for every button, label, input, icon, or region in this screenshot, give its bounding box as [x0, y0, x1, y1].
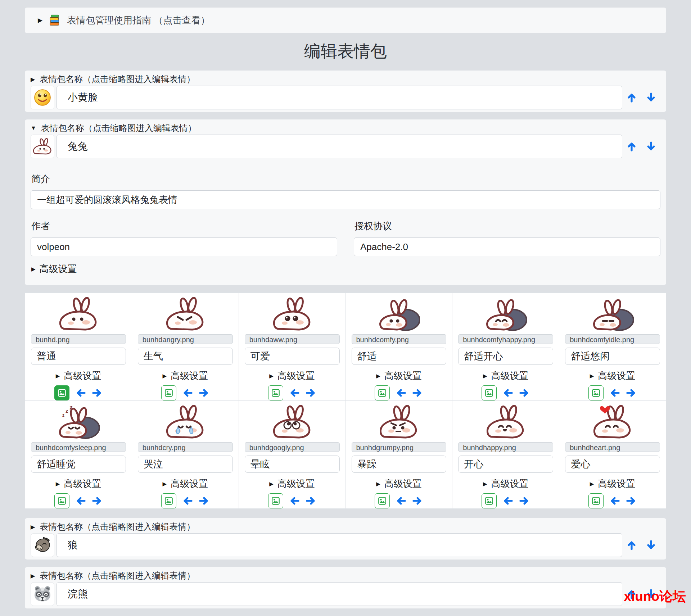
emote-filename: bunhdcomfyidle.png — [565, 334, 660, 344]
image-file-button[interactable] — [375, 493, 390, 508]
move-right-button[interactable] — [306, 495, 316, 506]
move-up-button[interactable] — [626, 540, 637, 551]
emote-thumbnail[interactable] — [378, 297, 420, 332]
move-down-button[interactable] — [646, 540, 656, 551]
image-file-button[interactable] — [482, 385, 497, 400]
pack-header-label: 表情包名称（点击缩略图进入编辑表情） — [40, 570, 195, 581]
image-file-button[interactable] — [54, 493, 69, 508]
emote-advanced-toggle[interactable]: ▶ 高级设置 — [590, 370, 636, 382]
caret-right-icon: ▶ — [56, 373, 60, 379]
image-file-button[interactable] — [375, 385, 390, 400]
emote-thumbnail[interactable] — [591, 297, 634, 332]
emote-name-input[interactable] — [138, 348, 233, 365]
emote-name-input[interactable] — [245, 456, 340, 473]
emote-advanced-toggle[interactable]: ▶ 高级设置 — [376, 370, 422, 382]
emote-thumbnail[interactable] — [271, 297, 313, 332]
move-left-button[interactable] — [75, 495, 86, 506]
pack-thumbnail-button[interactable] — [31, 533, 54, 557]
move-right-button[interactable] — [626, 388, 637, 398]
image-file-button[interactable] — [268, 493, 283, 508]
emote-name-input[interactable] — [565, 456, 660, 473]
intro-input[interactable] — [31, 190, 660, 209]
move-left-button[interactable] — [396, 388, 406, 398]
move-right-button[interactable] — [412, 388, 423, 398]
move-right-button[interactable] — [199, 388, 209, 398]
move-right-button[interactable] — [519, 388, 530, 398]
emote-advanced-toggle[interactable]: ▶ 高级设置 — [56, 370, 101, 382]
pack-header-toggle[interactable]: ▶ 表情包名称（点击缩略图进入编辑表情） — [31, 521, 660, 533]
pack-name-input[interactable] — [57, 582, 622, 606]
move-right-button[interactable] — [92, 388, 103, 398]
image-file-button[interactable] — [482, 493, 497, 508]
pack-name-input[interactable] — [57, 135, 622, 158]
emote-thumbnail[interactable] — [164, 405, 207, 440]
move-left-button[interactable] — [502, 388, 513, 398]
image-file-button[interactable] — [268, 385, 283, 400]
emote-thumbnail[interactable] — [484, 297, 527, 332]
emote-advanced-toggle[interactable]: ▶ 高级设置 — [483, 477, 529, 490]
advanced-label: 高级设置 — [171, 370, 208, 382]
move-left-button[interactable] — [396, 495, 406, 506]
move-right-button[interactable] — [92, 495, 103, 506]
emote-thumbnail[interactable] — [164, 297, 207, 332]
move-left-button[interactable] — [182, 495, 193, 506]
pack-thumbnail-button[interactable] — [31, 582, 54, 606]
move-right-button[interactable] — [199, 495, 209, 506]
image-file-button[interactable] — [54, 385, 69, 400]
move-right-button[interactable] — [519, 495, 530, 506]
emote-name-input[interactable] — [458, 348, 553, 365]
emote-name-input[interactable] — [352, 348, 447, 365]
emote-thumbnail[interactable]: zzz — [57, 405, 100, 440]
guide-bar[interactable]: ▶ 表情包管理使用指南 （点击查看） — [25, 8, 666, 33]
move-left-button[interactable] — [182, 388, 193, 398]
pack-name-input[interactable] — [57, 533, 622, 557]
author-input[interactable] — [31, 237, 337, 256]
emote-thumbnail[interactable] — [378, 405, 420, 440]
move-left-button[interactable] — [289, 388, 300, 398]
pack-thumbnail-button[interactable] — [31, 135, 54, 158]
emote-advanced-toggle[interactable]: ▶ 高级设置 — [162, 477, 208, 490]
license-input[interactable] — [354, 237, 660, 256]
move-right-button[interactable] — [412, 495, 423, 506]
emote-thumbnail[interactable] — [591, 405, 634, 440]
emote-advanced-toggle[interactable]: ▶ 高级设置 — [269, 370, 315, 382]
image-file-button[interactable] — [161, 493, 176, 508]
emote-name-input[interactable] — [352, 456, 447, 473]
move-up-button[interactable] — [626, 92, 637, 103]
emote-advanced-toggle[interactable]: ▶ 高级设置 — [483, 370, 529, 382]
emote-name-input[interactable] — [458, 456, 553, 473]
pack-name-input[interactable] — [57, 86, 622, 109]
move-down-button[interactable] — [646, 141, 656, 152]
emote-advanced-toggle[interactable]: ▶ 高级设置 — [376, 477, 422, 490]
move-right-button[interactable] — [306, 388, 316, 398]
emote-advanced-toggle[interactable]: ▶ 高级设置 — [590, 477, 636, 490]
pack-thumbnail-button[interactable] — [31, 86, 54, 109]
image-file-button[interactable] — [588, 493, 604, 508]
pack-advanced-toggle[interactable]: ▶ 高级设置 — [31, 263, 660, 275]
image-file-button[interactable] — [161, 385, 176, 400]
emote-thumbnail[interactable] — [57, 297, 100, 332]
pack-header-toggle[interactable]: ▼ 表情包名称（点击缩略图进入编辑表情） — [31, 122, 660, 134]
move-left-button[interactable] — [609, 388, 620, 398]
emote-advanced-toggle[interactable]: ▶ 高级设置 — [56, 477, 101, 490]
move-left-button[interactable] — [75, 388, 86, 398]
move-left-button[interactable] — [609, 495, 620, 506]
move-right-button[interactable] — [626, 495, 637, 506]
emote-name-input[interactable] — [138, 456, 233, 473]
pack-header-toggle[interactable]: ▶ 表情包名称（点击缩略图进入编辑表情） — [31, 73, 660, 85]
emote-thumbnail[interactable] — [484, 405, 527, 440]
move-down-button[interactable] — [646, 92, 656, 103]
emote-name-input[interactable] — [565, 348, 660, 365]
move-left-button[interactable] — [289, 495, 300, 506]
emote-name-input[interactable] — [31, 348, 126, 365]
pack-order-controls — [622, 141, 660, 152]
move-left-button[interactable] — [502, 495, 513, 506]
emote-thumbnail[interactable] — [271, 405, 313, 440]
emote-name-input[interactable] — [31, 456, 126, 473]
emote-advanced-toggle[interactable]: ▶ 高级设置 — [269, 477, 315, 490]
emote-name-input[interactable] — [245, 348, 340, 365]
emote-advanced-toggle[interactable]: ▶ 高级设置 — [162, 370, 208, 382]
pack-header-toggle[interactable]: ▶ 表情包名称（点击缩略图进入编辑表情） — [31, 570, 660, 581]
image-file-button[interactable] — [588, 385, 604, 400]
move-up-button[interactable] — [626, 141, 637, 152]
